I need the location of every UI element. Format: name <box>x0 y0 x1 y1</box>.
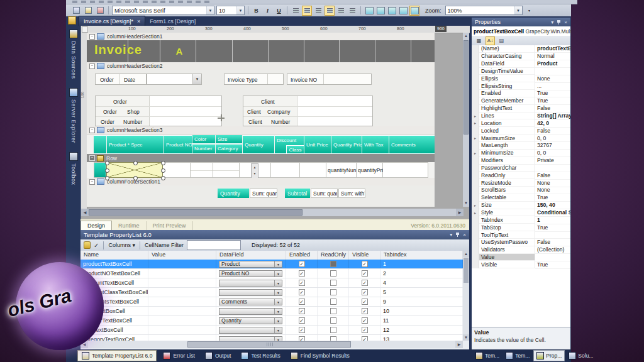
row-cell-header[interactable] <box>94 162 106 178</box>
property-row[interactable]: CharacterCasingNormal <box>472 53 570 60</box>
sidebar-tab-server-explorer[interactable]: Server Explorer <box>66 84 80 148</box>
property-row[interactable]: SelectableTrue <box>472 194 570 202</box>
selection-handle[interactable] <box>133 161 138 165</box>
enabled-checkbox[interactable]: ✓ <box>299 270 305 277</box>
section-header-3[interactable]: − columnHeaderSection3 <box>87 126 435 134</box>
view-tab-print-preview[interactable]: Print Preview <box>147 221 193 230</box>
property-row[interactable]: ▸MaximumSize0, 0 <box>472 134 570 142</box>
categorized-icon[interactable]: ▦ <box>474 36 484 45</box>
datafield-dropdown[interactable]: ▼ <box>219 289 282 296</box>
readonly-checkbox[interactable] <box>330 327 336 333</box>
column-header[interactable]: Enabled <box>286 251 318 260</box>
chevron-down-icon[interactable]: ▼ <box>206 6 214 14</box>
sum-price-cell[interactable]: Sum: quanti <box>311 189 338 198</box>
column-header[interactable]: ReadOnly <box>318 251 349 260</box>
chevron-down-icon[interactable]: ▼ <box>236 6 244 14</box>
align-center-icon[interactable] <box>336 6 346 16</box>
property-row[interactable]: EllipsisNone <box>472 75 570 82</box>
datafield-dropdown[interactable]: Comments▼ <box>219 299 282 305</box>
property-row[interactable]: MaxLength32767 <box>472 142 570 150</box>
table-vscrollbar[interactable]: ▲ ▼ <box>463 251 469 341</box>
product-header-cell[interactable]: Quantity Price <box>331 135 362 154</box>
readonly-checkbox[interactable] <box>330 336 336 341</box>
row-cell[interactable] <box>300 162 326 178</box>
property-row[interactable]: GenerateMemberTrue <box>472 97 570 105</box>
close-icon[interactable]: × <box>463 232 466 238</box>
table-row[interactable]: numberTextBoxCellQuantity▼✓✓11 <box>80 316 463 326</box>
datafield-dropdown[interactable]: ▼ <box>219 280 282 287</box>
scroll-right-icon[interactable]: ▶ <box>455 341 463 348</box>
table-row[interactable]: commentsTextBoxCellComments▼✓✓9 <box>80 297 463 307</box>
table-row[interactable]: discountClassTextBoxCell▼✓✓5 <box>80 288 463 297</box>
column-header[interactable]: Visible <box>349 251 380 260</box>
delete-row-icon[interactable] <box>398 6 408 16</box>
selection-handle[interactable] <box>161 176 165 180</box>
column-header[interactable]: Value <box>148 251 216 260</box>
designer-vscrollbar[interactable]: ▲ ▼ <box>463 33 469 207</box>
enabled-checkbox[interactable]: ✓ <box>299 336 305 341</box>
datafield-dropdown[interactable]: Product▼ <box>219 261 282 268</box>
selection-handle[interactable] <box>105 161 109 165</box>
collapse-icon[interactable]: − <box>89 63 95 69</box>
expand-icon[interactable]: ▸ <box>472 134 479 142</box>
property-row[interactable]: PasswordChar <box>472 165 570 172</box>
selection-handle[interactable] <box>161 161 165 165</box>
property-row[interactable]: HighlightTextFalse <box>472 105 570 112</box>
sidebar-tab-data-sources[interactable]: Data Sources <box>66 26 80 84</box>
product-header-cell[interactable]: Product NO <box>164 135 192 154</box>
table-hscrollbar[interactable]: ◀ ▶ <box>80 341 463 348</box>
expand-icon[interactable]: ▸ <box>472 150 479 157</box>
scroll-left-icon[interactable]: ◀ <box>81 209 89 216</box>
property-row[interactable]: UseSystemPasswoFalse <box>472 239 570 246</box>
row-cell[interactable] <box>191 162 213 178</box>
readonly-checkbox[interactable] <box>330 280 336 286</box>
product-header-cell[interactable]: With Tax <box>362 135 389 154</box>
column-header[interactable]: Name <box>80 251 148 260</box>
product-header-cell[interactable]: Unit Price <box>304 135 331 154</box>
selection-handle[interactable] <box>105 176 109 180</box>
property-row[interactable]: DesignTimeValue <box>472 68 570 75</box>
designer-hscrollbar[interactable]: ◀ ▶ <box>81 209 464 216</box>
visible-checkbox[interactable]: ✓ <box>362 317 368 324</box>
product-header-cell[interactable]: DiscountClass <box>275 135 304 154</box>
chevron-down-icon[interactable]: ▼ <box>274 327 282 333</box>
insert-row-icon[interactable] <box>387 6 397 16</box>
sum-quantity-cell[interactable]: Sum: quanti <box>250 189 277 198</box>
scroll-right-icon[interactable]: ▶ <box>456 209 464 216</box>
bottom-tab-test-results[interactable]: Test Results <box>237 351 284 361</box>
chevron-down-icon[interactable]: ▼ <box>274 309 282 314</box>
sidebar-tab-toolbox[interactable]: Toolbox <box>66 148 80 190</box>
column-header[interactable]: TabIndex <box>380 251 463 260</box>
object-selector-combo[interactable]: productTextBoxCell GrapeCity.Win.MultiR … <box>472 26 570 36</box>
product-header-cell[interactable] <box>94 135 106 154</box>
document-tab[interactable]: Form1.cs [Design] <box>145 16 200 26</box>
collapse-icon[interactable]: − <box>89 128 95 133</box>
panel-tab-tem[interactable]: Tem... <box>473 351 502 361</box>
delete-control-icon[interactable] <box>95 6 105 16</box>
font-size-combo[interactable]: 10 ▼ <box>216 6 245 15</box>
enabled-checkbox[interactable]: ✓ <box>299 289 305 295</box>
enabled-checkbox[interactable]: ✓ <box>299 317 305 324</box>
invoice-type-cell[interactable]: Invoice Type <box>224 74 284 85</box>
bottom-tab-template-propertylist-6-0[interactable]: Template PropertyList 6.0 <box>77 350 157 361</box>
property-row[interactable]: LockedFalse <box>472 127 570 134</box>
panel-tab-solu[interactable]: Solu... <box>566 351 596 361</box>
readonly-checkbox[interactable] <box>330 261 336 267</box>
property-row[interactable]: ResizeModeNone <box>472 179 570 187</box>
readonly-checkbox[interactable] <box>330 289 336 295</box>
scroll-up-icon[interactable]: ▲ <box>463 251 469 257</box>
scrollbar-thumb[interactable] <box>464 40 469 134</box>
invoice-title-bar[interactable]: Invoice A <box>87 40 435 62</box>
cellname-filter-input[interactable] <box>187 240 241 250</box>
scrollbar-thumb[interactable] <box>464 258 469 283</box>
document-tab[interactable]: Invoice.cs [Design]*× <box>79 16 145 26</box>
property-row[interactable]: TabStopTrue <box>472 224 570 231</box>
scrollbar-thumb[interactable] <box>187 341 351 348</box>
split-cells-icon[interactable] <box>375 6 386 16</box>
validate-icon[interactable]: ✓ <box>94 242 99 249</box>
visible-checkbox[interactable]: ✓ <box>362 270 368 277</box>
date-dropdown[interactable]: ▼ <box>147 74 202 85</box>
property-row[interactable]: EllipsisString... <box>472 82 570 90</box>
layout-icon[interactable] <box>71 6 81 16</box>
property-row[interactable]: DataFieldProduct <box>472 60 570 68</box>
